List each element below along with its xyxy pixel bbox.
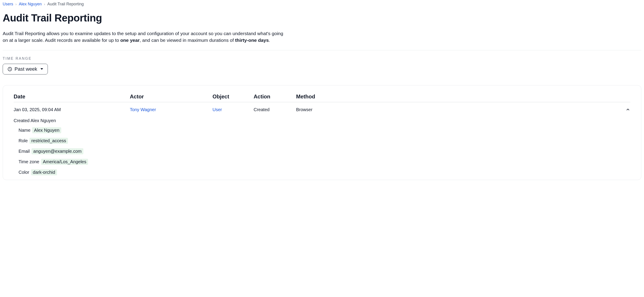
description-bold-retention: one year — [120, 38, 140, 43]
audit-row-details: Created Alex Nguyen Name Alex Nguyen Rol… — [14, 118, 630, 175]
detail-label: Role — [18, 138, 28, 143]
detail-value-badge: restricted_access — [30, 138, 68, 144]
breadcrumb-separator: › — [44, 2, 45, 6]
header-method: Method — [296, 94, 622, 100]
detail-item-role: Role restricted_access — [18, 138, 630, 144]
detail-item-color: Color dark-orchid — [18, 169, 630, 175]
breadcrumb-user-link[interactable]: Alex Nguyen — [19, 2, 42, 7]
breadcrumb-users-link[interactable]: Users — [3, 2, 13, 7]
row-actor-link[interactable]: Tony Wagner — [130, 107, 156, 112]
header-date: Date — [14, 94, 130, 100]
detail-label: Time zone — [18, 159, 39, 164]
description-text: , and can be viewed in maximum durations… — [140, 38, 235, 43]
row-object-link[interactable]: User — [212, 107, 222, 112]
detail-item-name: Name Alex Nguyen — [18, 127, 630, 133]
time-range-section: TIME RANGE Past week — [3, 57, 641, 75]
row-action: Created — [254, 107, 296, 112]
audit-card: Date Actor Object Action Method Jan 03, … — [3, 85, 641, 180]
clock-icon — [7, 67, 12, 72]
header-object: Object — [212, 94, 254, 100]
breadcrumb: Users › Alex Nguyen › Audit Trail Report… — [3, 2, 641, 7]
detail-value-badge: dark-orchid — [31, 169, 57, 175]
time-range-label: TIME RANGE — [3, 57, 641, 61]
time-range-dropdown[interactable]: Past week — [3, 64, 48, 75]
detail-list: Name Alex Nguyen Role restricted_access … — [14, 127, 630, 175]
detail-value-badge: Alex Nguyen — [32, 127, 61, 133]
detail-label: Email — [18, 149, 30, 154]
audit-table-header: Date Actor Object Action Method — [14, 94, 630, 102]
breadcrumb-separator: › — [16, 2, 16, 6]
detail-value-badge: America/Los_Angeles — [41, 159, 88, 165]
page-description: Audit Trail Reporting allows you to exam… — [3, 30, 289, 44]
page-title: Audit Trail Reporting — [3, 12, 641, 24]
row-method: Browser — [296, 107, 622, 112]
breadcrumb-current: Audit Trail Reporting — [47, 2, 84, 7]
description-text: . — [269, 38, 270, 43]
detail-value-badge: anguyen@example.com — [32, 148, 83, 154]
divider — [3, 50, 641, 50]
audit-row[interactable]: Jan 03, 2025, 09:04 AM Tony Wagner User … — [14, 107, 630, 112]
caret-down-icon — [40, 68, 43, 70]
time-range-value: Past week — [14, 66, 37, 72]
detail-title: Created Alex Nguyen — [14, 118, 630, 123]
detail-label: Color — [18, 170, 29, 175]
chevron-up-icon[interactable] — [626, 107, 630, 112]
detail-label: Name — [18, 128, 30, 133]
detail-item-timezone: Time zone America/Los_Angeles — [18, 159, 630, 165]
description-bold-duration: thirty-one days — [235, 38, 269, 43]
row-date: Jan 03, 2025, 09:04 AM — [14, 107, 130, 112]
header-actor: Actor — [130, 94, 212, 100]
header-action: Action — [254, 94, 296, 100]
detail-item-email: Email anguyen@example.com — [18, 148, 630, 154]
